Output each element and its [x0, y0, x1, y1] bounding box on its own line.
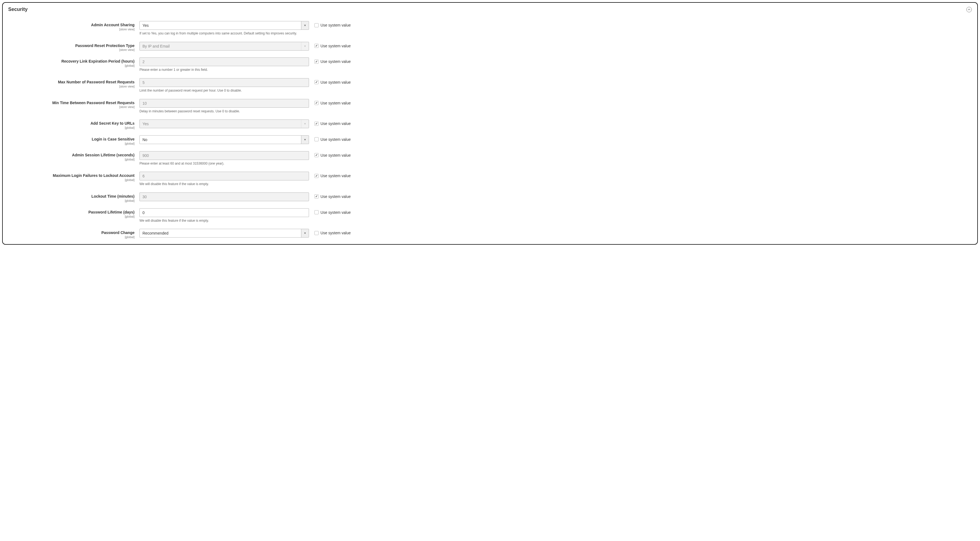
- use-system-value-checkbox[interactable]: [315, 194, 318, 199]
- pw-reset-protection-select: By IP and Email ▼: [140, 42, 309, 51]
- field-scope: [store view]: [8, 105, 135, 108]
- field-scope: [store view]: [8, 85, 135, 88]
- field-scope: [store view]: [8, 48, 135, 51]
- use-system-value-label: Use system value: [320, 59, 350, 64]
- field-label: Lockout Time (minutes): [8, 194, 135, 199]
- chevron-down-icon: ▼: [301, 42, 309, 50]
- field-scope: [global]: [8, 199, 135, 202]
- field-label: Min Time Between Password Reset Requests: [8, 100, 135, 105]
- use-system-value-checkbox[interactable]: [315, 174, 318, 178]
- use-system-value-label: Use system value: [320, 210, 350, 215]
- row-add-secret-key: Add Secret Key to URLs [global] Yes ▼ Us…: [8, 119, 972, 129]
- field-scope: [global]: [8, 126, 135, 129]
- chevron-down-icon: ▼: [301, 135, 309, 144]
- use-system-value-checkbox[interactable]: [315, 60, 318, 64]
- panel-title: Security: [8, 6, 28, 12]
- collapse-icon[interactable]: [966, 7, 972, 12]
- field-scope: [global]: [8, 142, 135, 145]
- max-pw-reset-requests-input: 5: [140, 78, 309, 87]
- field-scope: [global]: [8, 235, 135, 239]
- use-system-value-label: Use system value: [320, 121, 350, 126]
- field-scope: [global]: [8, 178, 135, 181]
- row-max-login-failures: Maximum Login Failures to Lockout Accoun…: [8, 172, 972, 186]
- min-time-between-pw-reset-input: 10: [140, 99, 309, 108]
- row-recovery-link-exp: Recovery Link Expiration Period (hours) …: [8, 57, 972, 72]
- use-system-value-checkbox[interactable]: [315, 44, 318, 48]
- field-label: Login is Case Sensitive: [8, 137, 135, 142]
- field-scope: [global]: [8, 215, 135, 218]
- field-scope: [store view]: [8, 28, 135, 31]
- password-change-select[interactable]: Recommended ▼: [140, 229, 309, 237]
- panel-header: Security: [8, 6, 972, 12]
- field-label: Admin Account Sharing: [8, 23, 135, 27]
- help-text: Limit the number of password reset reque…: [140, 89, 309, 93]
- field-label: Admin Session Lifetime (seconds): [8, 153, 135, 158]
- help-text: Please enter a number 1 or greater in th…: [140, 68, 309, 72]
- use-system-value-checkbox[interactable]: [315, 80, 318, 84]
- row-password-lifetime: Password Lifetime (days) [global] 0 We w…: [8, 208, 972, 223]
- lockout-time-input: 30: [140, 193, 309, 201]
- chevron-down-icon: ▼: [301, 120, 309, 128]
- row-min-time-between-pw-reset: Min Time Between Password Reset Requests…: [8, 99, 972, 114]
- password-lifetime-input[interactable]: 0: [140, 208, 309, 217]
- field-label: Max Number of Password Reset Requests: [8, 80, 135, 84]
- security-panel: Security Admin Account Sharing [store vi…: [2, 2, 978, 245]
- use-system-value-label: Use system value: [320, 80, 350, 84]
- help-text: We will disable this feature if the valu…: [140, 182, 309, 186]
- row-login-case-sensitive: Login is Case Sensitive [global] No ▼ Us…: [8, 135, 972, 145]
- help-text: Please enter at least 60 and at most 315…: [140, 162, 309, 166]
- field-label: Add Secret Key to URLs: [8, 121, 135, 126]
- row-password-change: Password Change [global] Recommended ▼ U…: [8, 229, 972, 239]
- field-label: Password Reset Protection Type: [8, 43, 135, 48]
- use-system-value-checkbox[interactable]: [315, 122, 318, 126]
- field-label: Password Lifetime (days): [8, 210, 135, 215]
- use-system-value-checkbox[interactable]: [315, 23, 318, 27]
- login-case-sensitive-select[interactable]: No ▼: [140, 135, 309, 144]
- row-pw-reset-protection: Password Reset Protection Type [store vi…: [8, 42, 972, 52]
- field-label: Password Change: [8, 231, 135, 235]
- help-text: We will disable this feature if the valu…: [140, 219, 309, 223]
- session-lifetime-input: 900: [140, 151, 309, 160]
- use-system-value-checkbox[interactable]: [315, 153, 318, 157]
- use-system-value-label: Use system value: [320, 44, 350, 48]
- use-system-value-checkbox[interactable]: [315, 101, 318, 105]
- max-login-failures-input: 6: [140, 172, 309, 180]
- use-system-value-label: Use system value: [320, 23, 350, 27]
- use-system-value-label: Use system value: [320, 194, 350, 199]
- help-text: If set to Yes, you can log in from multi…: [140, 32, 309, 36]
- use-system-value-checkbox[interactable]: [315, 210, 318, 214]
- use-system-value-checkbox[interactable]: [315, 137, 318, 141]
- row-session-lifetime: Admin Session Lifetime (seconds) [global…: [8, 151, 972, 166]
- use-system-value-label: Use system value: [320, 173, 350, 178]
- row-lockout-time: Lockout Time (minutes) [global] 30 Use s…: [8, 193, 972, 202]
- chevron-down-icon: ▼: [301, 229, 309, 237]
- use-system-value-checkbox[interactable]: [315, 231, 318, 235]
- row-max-pw-reset-requests: Max Number of Password Reset Requests [s…: [8, 78, 972, 93]
- chevron-down-icon: ▼: [301, 21, 309, 30]
- field-scope: [global]: [8, 158, 135, 161]
- use-system-value-label: Use system value: [320, 101, 350, 105]
- field-scope: [global]: [8, 64, 135, 67]
- use-system-value-label: Use system value: [320, 137, 350, 142]
- row-admin-account-sharing: Admin Account Sharing [store view] Yes ▼…: [8, 21, 972, 36]
- field-label: Maximum Login Failures to Lockout Accoun…: [8, 173, 135, 178]
- help-text: Delay in minutes between password reset …: [140, 109, 309, 114]
- use-system-value-label: Use system value: [320, 153, 350, 158]
- admin-account-sharing-select[interactable]: Yes ▼: [140, 21, 309, 30]
- recovery-link-exp-input: 2: [140, 57, 309, 66]
- field-label: Recovery Link Expiration Period (hours): [8, 59, 135, 64]
- add-secret-key-select: Yes ▼: [140, 119, 309, 128]
- use-system-value-label: Use system value: [320, 231, 350, 235]
